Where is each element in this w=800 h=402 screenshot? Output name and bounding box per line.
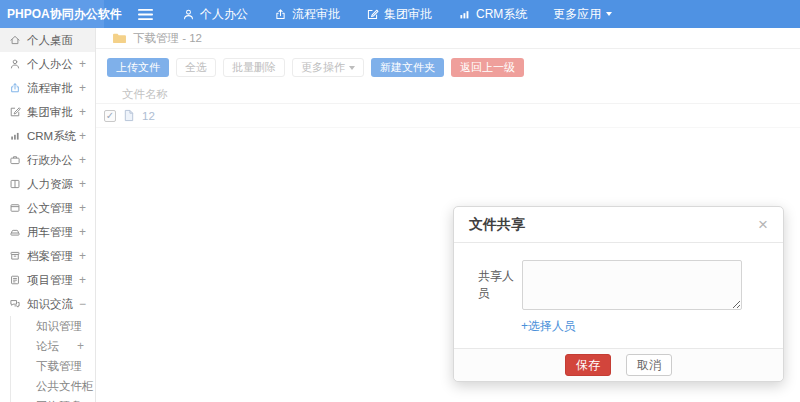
expand-plus-icon[interactable]: + <box>77 339 84 353</box>
share-people-input[interactable] <box>522 260 742 310</box>
select-all-button[interactable]: 全选 <box>176 58 216 77</box>
nav-item-label: 流程审批 <box>292 6 340 23</box>
dialog-title: 文件共享 <box>469 216 525 234</box>
expand-plus-icon[interactable]: + <box>79 273 86 287</box>
dialog-footer: 保存 取消 <box>454 348 783 381</box>
sidebar-item-hr[interactable]: 人力资源 + <box>0 172 95 196</box>
home-icon <box>9 34 21 46</box>
sidebar-subitem-knowledge-mgmt[interactable]: 知识管理 <box>11 316 95 336</box>
sidebar-item-label: 用车管理 <box>27 225 79 240</box>
sidebar-item-label: 公文管理 <box>27 201 79 216</box>
sidebar-item-label: 流程审批 <box>27 81 79 96</box>
save-button[interactable]: 保存 <box>565 354 611 376</box>
sidebar-subitem-network-disk[interactable]: 网络硬盘 <box>11 396 95 402</box>
share-icon <box>9 82 21 94</box>
file-name-column-header: 文件名称 <box>122 87 168 102</box>
expand-plus-icon[interactable]: + <box>79 81 86 95</box>
sidebar-item-group-approval[interactable]: 集团审批 + <box>0 100 95 124</box>
sidebar-subitem-label: 下载管理 <box>36 359 82 374</box>
select-people-link[interactable]: +选择人员 <box>521 318 576 335</box>
toolbar: 上传文件 全选 批量删除 更多操作 新建文件夹 返回上一级 <box>96 49 800 85</box>
collapse-minus-icon[interactable]: − <box>79 297 86 311</box>
more-actions-label: 更多操作 <box>301 60 345 75</box>
book-icon <box>9 178 21 190</box>
app-logo[interactable]: PHPOA协同办公软件 <box>0 0 104 28</box>
sidebar-item-crm[interactable]: CRM系统 + <box>0 124 95 148</box>
edit-icon <box>9 106 21 118</box>
sidebar-item-archive-mgmt[interactable]: 档案管理 + <box>0 244 95 268</box>
file-name[interactable]: 12 <box>142 110 155 122</box>
nav-item-workflow-approval[interactable]: 流程审批 <box>261 0 353 28</box>
row-checkbox[interactable] <box>104 110 116 122</box>
nav-item-label: CRM系统 <box>476 6 527 23</box>
expand-plus-icon[interactable]: + <box>79 201 86 215</box>
nav-item-personal-office[interactable]: 个人办公 <box>169 0 261 28</box>
sidebar: 个人桌面 个人办公 + 流程审批 + 集团审批 + CRM系统 + 行政办公 + <box>0 28 96 402</box>
file-icon <box>123 109 135 122</box>
chart-icon <box>9 130 21 142</box>
sidebar-item-personal-desktop[interactable]: 个人桌面 <box>0 28 95 52</box>
top-nav: PHPOA协同办公软件 个人办公 流程审批 集团审批 CRM系统 更多应用 <box>0 0 800 28</box>
share-people-row: 共享人员 <box>469 260 768 310</box>
upload-file-button[interactable]: 上传文件 <box>107 58 169 77</box>
sidebar-item-label: CRM系统 <box>27 129 79 144</box>
hamburger-menu-icon[interactable] <box>138 9 153 20</box>
expand-plus-icon[interactable]: + <box>79 225 86 239</box>
expand-plus-icon[interactable]: + <box>79 153 86 167</box>
sidebar-subitem-public-file-cabinet[interactable]: 公共文件柜 <box>11 376 95 396</box>
sidebar-item-label: 个人桌面 <box>27 33 86 48</box>
sidebar-item-personal-office[interactable]: 个人办公 + <box>0 52 95 76</box>
sidebar-subitem-forum[interactable]: 论坛 + <box>11 336 95 356</box>
nav-item-more-apps[interactable]: 更多应用 <box>540 0 625 28</box>
nav-item-crm[interactable]: CRM系统 <box>445 0 540 28</box>
user-icon <box>9 58 21 70</box>
sidebar-subitem-label: 知识管理 <box>36 319 82 334</box>
share-icon <box>274 8 287 21</box>
expand-plus-icon[interactable]: + <box>79 177 86 191</box>
sidebar-item-label: 人力资源 <box>27 177 79 192</box>
sidebar-item-workflow-approval[interactable]: 流程审批 + <box>0 76 95 100</box>
file-table-header: 文件名称 <box>96 85 800 104</box>
sidebar-item-vehicle-mgmt[interactable]: 用车管理 + <box>0 220 95 244</box>
sidebar-item-label: 档案管理 <box>27 249 79 264</box>
table-row[interactable]: 12 <box>96 104 800 128</box>
nav-menu: 个人办公 流程审批 集团审批 CRM系统 更多应用 <box>169 0 625 28</box>
share-people-label: 共享人员 <box>478 268 522 302</box>
archive-icon <box>9 250 21 262</box>
expand-plus-icon[interactable]: + <box>79 129 86 143</box>
edit-icon <box>366 8 379 21</box>
expand-plus-icon[interactable]: + <box>79 249 86 263</box>
document-icon <box>9 202 21 214</box>
chat-icon <box>9 298 21 310</box>
clipboard-icon <box>9 274 21 286</box>
close-icon[interactable]: × <box>758 216 768 233</box>
sidebar-item-knowledge-exchange[interactable]: 知识交流 − <box>0 292 95 316</box>
expand-plus-icon[interactable]: + <box>79 105 86 119</box>
sidebar-item-label: 行政办公 <box>27 153 79 168</box>
cancel-button[interactable]: 取消 <box>626 354 672 376</box>
knowledge-exchange-submenu: 知识管理 论坛 + 下载管理 公共文件柜 网络硬盘 <box>10 316 95 402</box>
nav-item-label: 集团审批 <box>384 6 432 23</box>
briefcase-icon <box>9 154 21 166</box>
back-button[interactable]: 返回上一级 <box>451 58 524 77</box>
folder-icon <box>112 32 127 44</box>
dialog-header: 文件共享 × <box>454 207 783 243</box>
sidebar-item-document-mgmt[interactable]: 公文管理 + <box>0 196 95 220</box>
sidebar-subitem-download-mgmt[interactable]: 下载管理 <box>11 356 95 376</box>
car-icon <box>9 226 21 238</box>
sidebar-item-label: 知识交流 <box>27 297 79 312</box>
breadcrumb: 下载管理 - 12 <box>96 28 800 49</box>
breadcrumb-text: 下载管理 - 12 <box>133 31 202 46</box>
batch-delete-button[interactable]: 批量删除 <box>223 58 285 77</box>
nav-item-group-approval[interactable]: 集团审批 <box>353 0 445 28</box>
sidebar-item-admin-office[interactable]: 行政办公 + <box>0 148 95 172</box>
sidebar-item-project-mgmt[interactable]: 项目管理 + <box>0 268 95 292</box>
new-folder-button[interactable]: 新建文件夹 <box>371 58 444 77</box>
sidebar-item-label: 集团审批 <box>27 105 79 120</box>
expand-plus-icon[interactable]: + <box>79 57 86 71</box>
user-icon <box>182 8 195 21</box>
more-actions-button[interactable]: 更多操作 <box>292 58 364 77</box>
dialog-body: 共享人员 +选择人员 <box>454 243 783 348</box>
nav-item-label: 个人办公 <box>200 6 248 23</box>
chart-icon <box>458 8 471 21</box>
